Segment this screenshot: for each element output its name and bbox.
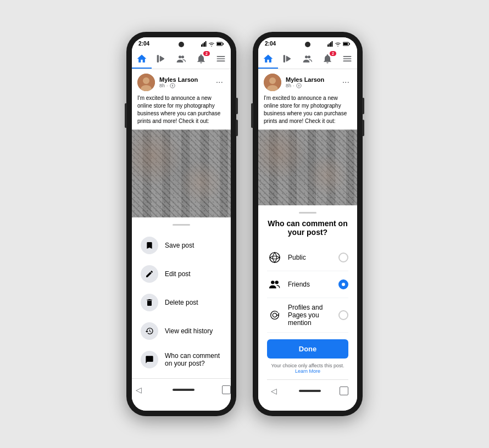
phone-left: 2:04 [126, 32, 236, 416]
svg-rect-6 [223, 43, 224, 44]
svg-rect-28 [343, 58, 352, 59]
post-more-button[interactable]: ··· [214, 77, 225, 87]
post-time-r: 8h · [286, 83, 336, 88]
done-button[interactable]: Done [267, 339, 348, 359]
svg-rect-1 [203, 43, 204, 47]
svg-rect-0 [201, 44, 202, 47]
svg-rect-10 [217, 56, 225, 57]
power-button-r [251, 103, 253, 128]
nav-home[interactable] [132, 52, 152, 65]
nav-menu-r[interactable] [337, 52, 357, 65]
mentioned-option[interactable]: Profiles and Pages you mention [267, 298, 348, 333]
mentioned-radio[interactable] [338, 310, 348, 320]
disclaimer: Your choice only affects this post. Lear… [267, 363, 348, 374]
nav-groups-r[interactable] [298, 52, 318, 65]
status-time-r: 2:04 [265, 41, 276, 47]
svg-rect-5 [217, 43, 221, 45]
public-radio[interactable] [338, 253, 348, 262]
delete-post-item[interactable]: Delete post [132, 288, 231, 317]
battery-icon-r [343, 42, 351, 46]
save-post-label: Save post [165, 242, 194, 249]
nav-notifications-r[interactable]: 2 [318, 52, 337, 65]
dialog-title: Who can comment on your post? [267, 219, 348, 237]
svg-rect-18 [329, 43, 330, 47]
overview-button[interactable] [222, 385, 231, 394]
nav-video-r[interactable] [278, 52, 298, 65]
avatar [137, 74, 155, 91]
view-history-label: View edit history [165, 327, 213, 335]
home-indicator[interactable] [173, 389, 195, 391]
signal-icon-r [327, 41, 333, 47]
status-icons-r [327, 41, 351, 47]
volume-down-button-r [362, 120, 364, 136]
phone-bottom-nav: ◁ [132, 378, 231, 401]
svg-rect-7 [157, 55, 159, 62]
post-meta-r: Myles Larson 8h · [286, 76, 336, 88]
nav-bar-r: 2 [258, 49, 357, 69]
post-header: Myles Larson 8h · ··· [132, 69, 231, 93]
history-icon [141, 322, 158, 340]
public-label: Public [288, 254, 333, 261]
svg-rect-2 [204, 42, 205, 47]
phone-bottom-nav-r: ◁ [267, 379, 348, 402]
edit-icon [141, 265, 158, 283]
svg-point-26 [308, 55, 310, 58]
phone-screen-left: 2:04 [132, 37, 231, 411]
view-history-item[interactable]: View edit history [132, 317, 231, 345]
friends-label: Friends [288, 281, 333, 288]
svg-point-34 [270, 253, 280, 262]
svg-rect-11 [217, 58, 225, 59]
avatar-r [264, 74, 281, 91]
wifi-icon-r [335, 41, 341, 47]
home-indicator-r[interactable] [299, 390, 321, 392]
at-icon [267, 307, 282, 323]
post-text: I'm excited to announce a new online sto… [132, 93, 231, 130]
volume-up-button [236, 98, 238, 114]
svg-point-25 [305, 55, 308, 58]
who-comment-item[interactable]: Who can comment on your post? [132, 345, 231, 374]
svg-rect-3 [205, 41, 207, 47]
friends-option[interactable]: Friends [267, 271, 348, 298]
status-icons [201, 41, 224, 47]
nav-home-r[interactable] [258, 52, 278, 65]
volume-up-button-r [362, 98, 364, 114]
post-meta: Myles Larson 8h · [159, 76, 209, 88]
svg-rect-17 [327, 44, 329, 47]
post-image-r [258, 130, 357, 205]
nav-video[interactable] [152, 52, 171, 65]
status-time: 2:04 [138, 41, 149, 47]
who-comment-label: Who can comment on your post? [165, 352, 222, 367]
notification-badge-r: 2 [330, 51, 336, 56]
svg-point-14 [143, 77, 149, 84]
svg-rect-20 [332, 41, 333, 47]
phone-screen-right: 2:04 [258, 37, 357, 411]
nav-menu[interactable] [211, 52, 231, 65]
bottom-sheet: Save post Edit post Delete post [132, 217, 231, 411]
delete-icon [141, 294, 158, 311]
status-bar-r: 2:04 [258, 37, 357, 49]
back-button[interactable]: ◁ [132, 383, 145, 396]
svg-rect-12 [217, 60, 225, 61]
status-bar: 2:04 [132, 37, 231, 49]
svg-rect-29 [343, 60, 352, 61]
friends-icon [267, 277, 282, 292]
overview-button-r[interactable] [340, 387, 348, 395]
edit-post-label: Edit post [165, 270, 191, 278]
comment-icon [141, 351, 158, 368]
save-post-item[interactable]: Save post [132, 231, 231, 260]
svg-rect-23 [349, 43, 351, 44]
friends-radio[interactable] [338, 279, 348, 289]
svg-point-9 [181, 55, 184, 58]
back-button-r[interactable]: ◁ [267, 384, 280, 397]
learn-more-link[interactable]: Learn More [295, 368, 320, 374]
nav-bar: 2 [132, 49, 231, 69]
nav-notifications[interactable]: 2 [191, 52, 211, 65]
nav-groups[interactable] [171, 52, 191, 65]
edit-post-item[interactable]: Edit post [132, 260, 231, 288]
public-option[interactable]: Public [267, 244, 348, 271]
save-icon [141, 237, 158, 254]
sheet-handle-r [299, 212, 316, 214]
notification-badge: 2 [203, 51, 210, 56]
post-more-button-r[interactable]: ··· [340, 77, 352, 87]
comment-dialog: Who can comment on your post? Public [258, 205, 357, 411]
